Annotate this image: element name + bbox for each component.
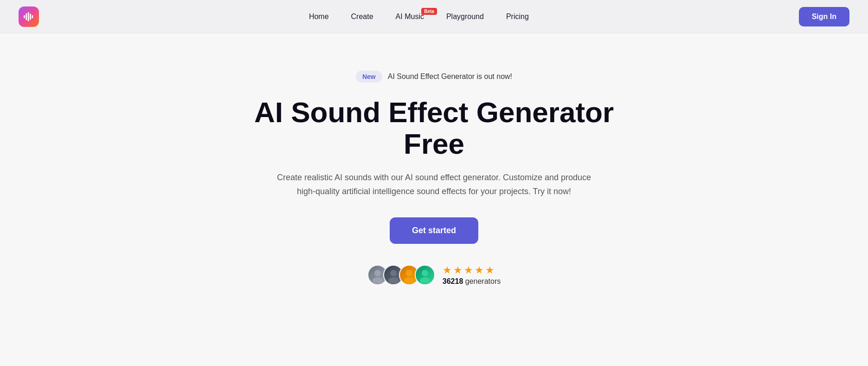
star-rating: ★ ★ ★ ★ ★ xyxy=(443,264,495,276)
star-2: ★ xyxy=(453,264,463,276)
nav-link-ai-music[interactable]: AI Music xyxy=(396,13,424,20)
svg-rect-0 xyxy=(24,15,25,18)
sign-in-button[interactable]: Sign In xyxy=(799,7,849,26)
nav-item-pricing[interactable]: Pricing xyxy=(506,13,529,21)
nav-item-ai-music[interactable]: AI Music Beta xyxy=(396,13,424,21)
generators-number: 36218 xyxy=(443,277,463,285)
social-proof: ★ ★ ★ ★ ★ 36218 generators xyxy=(367,264,501,286)
star-1: ★ xyxy=(443,264,452,276)
beta-badge: Beta xyxy=(421,8,437,15)
nav-item-home[interactable]: Home xyxy=(309,13,329,21)
announcement-text: AI Sound Effect Generator is out now! xyxy=(388,72,512,81)
svg-point-8 xyxy=(388,277,399,283)
nav-link-pricing[interactable]: Pricing xyxy=(506,13,529,20)
svg-point-9 xyxy=(406,270,412,276)
generators-suffix: generators xyxy=(463,277,501,285)
svg-point-7 xyxy=(390,270,397,276)
nav-links: Home Create AI Music Beta Playground Pri… xyxy=(309,13,529,21)
nav-item-playground[interactable]: Playground xyxy=(446,13,484,21)
avatar xyxy=(415,265,435,285)
svg-rect-4 xyxy=(32,15,33,18)
svg-point-5 xyxy=(374,270,381,276)
nav-link-playground[interactable]: Playground xyxy=(446,13,484,20)
svg-point-6 xyxy=(373,277,383,283)
hero-subtitle: Create realistic AI sounds with our AI s… xyxy=(276,171,592,198)
star-3: ★ xyxy=(464,264,473,276)
new-badge: New xyxy=(356,71,382,83)
svg-point-11 xyxy=(422,270,428,276)
announcement-row: New AI Sound Effect Generator is out now… xyxy=(356,71,512,83)
star-5: ★ xyxy=(485,264,495,276)
user-avatars xyxy=(367,265,435,285)
hero-title: AI Sound Effect Generator Free xyxy=(235,97,634,160)
logo-waveform-icon xyxy=(23,11,35,23)
svg-point-12 xyxy=(420,277,430,283)
nav-link-create[interactable]: Create xyxy=(351,13,373,20)
nav-item-create[interactable]: Create xyxy=(351,13,373,21)
svg-rect-1 xyxy=(26,13,27,20)
svg-rect-2 xyxy=(28,12,29,21)
navbar: Home Create AI Music Beta Playground Pri… xyxy=(0,0,868,33)
nav-link-home[interactable]: Home xyxy=(309,13,329,20)
social-text: ★ ★ ★ ★ ★ 36218 generators xyxy=(443,264,501,286)
logo[interactable] xyxy=(19,7,39,27)
svg-rect-3 xyxy=(30,13,31,20)
star-4: ★ xyxy=(475,264,484,276)
logo-icon xyxy=(19,7,39,27)
hero-section: New AI Sound Effect Generator is out now… xyxy=(0,33,868,314)
get-started-button[interactable]: Get started xyxy=(390,217,478,244)
svg-point-10 xyxy=(404,277,414,283)
generators-count-text: 36218 generators xyxy=(443,277,501,286)
